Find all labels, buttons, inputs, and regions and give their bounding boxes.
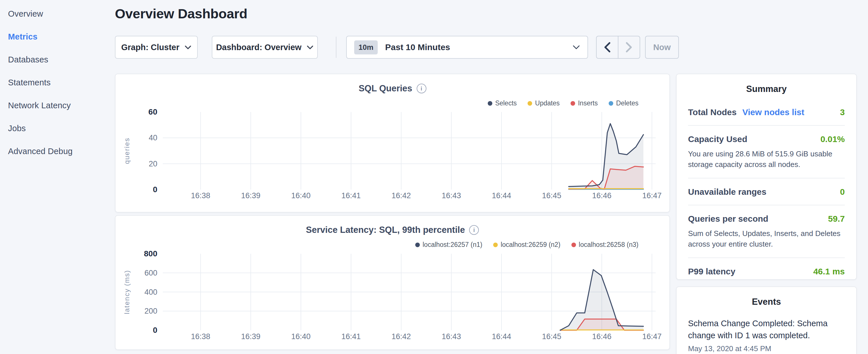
step-forward-button[interactable] [618,36,640,58]
summary-row-queries-per-second: Queries per second 59.7 Sum of Selects, … [688,205,845,258]
svg-text:16:47: 16:47 [642,332,662,341]
svg-text:16:42: 16:42 [392,191,411,200]
summary-panel: Summary Total Nodes View nodes list 3 Ca… [676,74,857,280]
svg-text:16:41: 16:41 [341,332,361,341]
svg-text:16:45: 16:45 [542,332,561,341]
graph-dropdown[interactable]: Graph: Cluster [115,36,198,59]
event-timestamp: May 13, 2020 at 4:45 PM [688,344,845,353]
sidebar: Overview Metrics Databases Statements Ne… [0,0,109,354]
sidebar-item-advanced-debug[interactable]: Advanced Debug [0,140,109,163]
svg-text:latency (ms): latency (ms) [123,270,131,314]
summary-row-subtext: You are using 28.6 MiB of 515.9 GiB usab… [688,149,845,170]
chevron-right-icon [626,42,632,53]
svg-text:16:45: 16:45 [542,191,561,200]
service-latency-card: Service Latency: SQL, 99th percentile i … [115,215,670,350]
graph-dropdown-label: Graph: Cluster [121,43,179,52]
step-back-button[interactable] [597,36,618,58]
service-latency-chart-plot[interactable]: 16:3816:3916:4016:4116:4216:4316:4416:45… [116,216,671,351]
svg-text:16:41: 16:41 [341,191,361,200]
svg-text:40: 40 [149,133,157,142]
sidebar-item-jobs[interactable]: Jobs [0,117,109,140]
svg-text:600: 600 [145,269,157,277]
svg-text:16:46: 16:46 [592,191,612,200]
sidebar-item-statements[interactable]: Statements [0,71,109,94]
toolbar-divider [336,37,336,58]
summary-row-unavailable-ranges: Unavailable ranges 0 [688,179,845,205]
event-list-item[interactable]: Schema Change Completed: Schema change w… [677,307,856,353]
summary-row-label: Unavailable ranges [688,187,766,197]
chevron-left-icon [604,42,611,53]
time-range-badge: 10m [354,40,378,55]
summary-row-value: 3 [840,107,845,117]
svg-text:20: 20 [149,160,157,168]
summary-row-value: 0 [840,187,845,197]
chevron-down-icon [307,45,313,50]
svg-text:60: 60 [149,107,157,116]
sql-queries-chart-plot[interactable]: 16:3816:3916:4016:4116:4216:4316:4416:45… [116,74,671,213]
dashboard-dropdown[interactable]: Dashboard: Overview [212,36,318,59]
svg-text:16:42: 16:42 [392,332,411,341]
svg-text:16:43: 16:43 [442,332,461,341]
sidebar-item-overview[interactable]: Overview [0,2,109,25]
events-panel: Events Schema Change Completed: Schema c… [676,286,857,354]
summary-row-label: Total Nodes [688,107,737,117]
summary-row-value: 59.7 [828,214,845,224]
svg-text:0: 0 [153,326,157,334]
svg-text:16:44: 16:44 [492,191,511,200]
summary-row-value: 0.01% [820,134,845,144]
summary-row-subtext: Sum of Selects, Updates, Inserts, and De… [688,228,845,250]
time-step-buttons [596,36,640,59]
sidebar-item-databases[interactable]: Databases [0,48,109,71]
sidebar-item-metrics[interactable]: Metrics [0,25,109,48]
svg-text:16:46: 16:46 [592,332,612,341]
svg-text:16:40: 16:40 [291,332,311,341]
page-title: Overview Dashboard [115,6,247,22]
svg-text:16:39: 16:39 [241,191,260,200]
time-range-label: Past 10 Minutes [385,42,450,52]
svg-text:200: 200 [145,307,157,315]
now-button[interactable]: Now [645,36,679,59]
chevron-down-icon [572,45,580,50]
dashboard-dropdown-label: Dashboard: Overview [216,43,302,52]
svg-text:16:44: 16:44 [492,332,511,341]
svg-text:16:43: 16:43 [442,191,461,200]
view-nodes-list-link[interactable]: View nodes list [742,107,804,117]
svg-text:16:38: 16:38 [191,332,210,341]
summary-row-label: Queries per second [688,214,768,224]
svg-text:800: 800 [144,249,157,258]
summary-row-capacity-used: Capacity Used 0.01% You are using 28.6 M… [688,126,845,179]
summary-row-label: Capacity Used [688,134,747,144]
svg-text:16:38: 16:38 [191,191,210,200]
sql-queries-card: SQL Queries i SelectsUpdatesInsertsDelet… [115,74,670,213]
svg-text:queries: queries [123,137,131,164]
time-range-selector[interactable]: 10m Past 10 Minutes [346,36,588,59]
summary-row-total-nodes: Total Nodes View nodes list 3 [688,99,845,126]
summary-row-p99-latency: P99 latency 46.1 ms [688,258,845,284]
chevron-down-icon [185,45,191,50]
svg-text:16:39: 16:39 [241,332,260,341]
event-text: Schema Change Completed: Schema change w… [688,317,840,342]
events-title: Events [677,287,856,307]
sidebar-item-network-latency[interactable]: Network Latency [0,94,109,117]
svg-text:0: 0 [153,185,157,194]
summary-title: Summary [677,74,856,94]
svg-text:16:47: 16:47 [642,191,662,200]
summary-row-value: 46.1 ms [813,267,845,277]
svg-text:400: 400 [145,288,157,296]
svg-text:16:40: 16:40 [291,191,311,200]
summary-row-label: P99 latency [688,267,735,277]
